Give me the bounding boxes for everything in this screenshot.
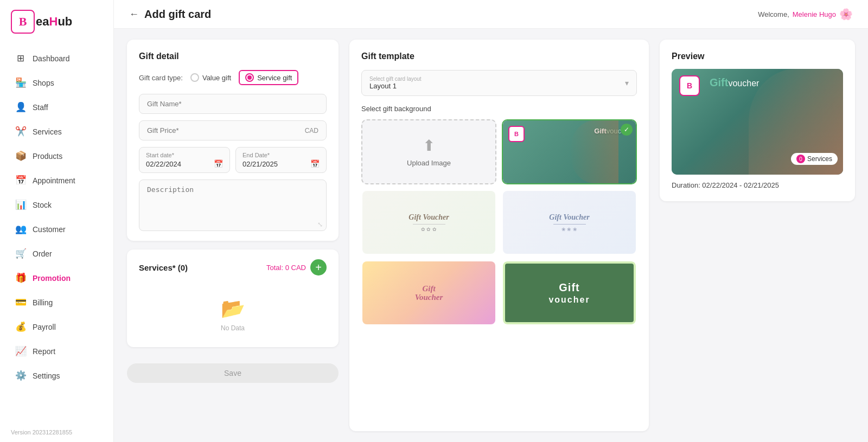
preview-title: Preview: [672, 52, 843, 61]
selected-check-icon: ✓: [621, 124, 633, 136]
sidebar-item-promotion[interactable]: 🎁 Promotion: [4, 266, 109, 290]
services-count-badge: 0: [796, 155, 805, 163]
start-date-label: Start date*: [146, 152, 223, 158]
sidebar-item-products[interactable]: 📦 Products: [4, 144, 109, 168]
save-button[interactable]: Save: [127, 363, 339, 383]
top-bar-right: Welcome, Melenie Hugo 🌸: [758, 8, 853, 21]
gift-price-input[interactable]: [147, 126, 305, 134]
upload-image-item[interactable]: ⬆ Upload Image: [361, 119, 496, 184]
settings-icon: ⚙️: [15, 370, 26, 381]
preview-logo: B: [679, 75, 700, 96]
top-bar-left: ← Add gift card: [129, 8, 211, 21]
billing-icon: 💳: [15, 297, 26, 308]
sidebar-item-settings[interactable]: ⚙️ Settings: [4, 364, 109, 387]
sidebar-item-order[interactable]: 🛒 Order: [4, 242, 109, 265]
sidebar-item-dashboard[interactable]: ⊞ Dashboard: [4, 47, 109, 70]
appointment-icon: 📅: [15, 175, 26, 186]
services-icon: ✂️: [15, 126, 26, 137]
value-gift-option[interactable]: Value gift: [190, 73, 231, 82]
stock-icon: 📊: [15, 199, 26, 210]
sidebar-item-report[interactable]: 📈 Report: [4, 339, 109, 363]
sidebar-nav: ⊞ Dashboard 🏪 Shops 👤 Staff ✂️ Services …: [0, 41, 113, 424]
gift-card-type-label: Gift card type:: [139, 74, 183, 82]
sidebar-item-billing[interactable]: 💳 Billing: [4, 291, 109, 314]
end-date-field[interactable]: End Date* 02/21/2025 📅: [235, 147, 327, 173]
logo-icon: B: [11, 10, 35, 34]
template-floral-light[interactable]: Gift Voucher ✿ ✿ ✿: [361, 190, 496, 255]
preview-background: B Giftvoucher 0 Services: [672, 69, 843, 175]
currency-label: CAD: [305, 127, 318, 134]
promotion-icon: 🎁: [15, 272, 26, 284]
services-title: Services* (0): [139, 263, 188, 272]
logo-text: eaHub: [36, 15, 72, 29]
sidebar-item-stock[interactable]: 📊 Stock: [4, 193, 109, 216]
bg-subtitle: Select gift background: [361, 105, 637, 113]
gift-price-field[interactable]: CAD: [139, 120, 327, 140]
services-card: Services* (0) Total: 0 CAD + 📂 No Data: [127, 249, 339, 347]
gift-type-row: Gift card type: Value gift Service gift: [139, 70, 327, 85]
end-date-icon[interactable]: 📅: [310, 159, 320, 168]
logo: B eaHub: [0, 0, 113, 41]
welcome-text: Welcome,: [758, 10, 789, 18]
sidebar-item-services[interactable]: ✂️ Services: [4, 120, 109, 143]
gift-template-title: Gift template: [361, 52, 637, 61]
back-button[interactable]: ←: [129, 9, 139, 20]
layout-value: Layout 1: [369, 82, 422, 90]
bg-grid-wrap: ⬆ Upload Image B Giftvoucher: [361, 119, 637, 325]
value-gift-radio[interactable]: [190, 73, 199, 82]
upload-icon: ⬆: [423, 137, 435, 155]
products-icon: 📦: [15, 150, 26, 162]
main: ← Add gift card Welcome, Melenie Hugo 🌸 …: [114, 0, 868, 442]
preview-services-badge: 0 Services: [791, 153, 838, 165]
description-input[interactable]: [147, 185, 318, 223]
gift-detail-card: Gift detail Gift card type: Value gift S…: [127, 40, 339, 241]
preview-gift-text: Giftvoucher: [710, 76, 759, 89]
sidebar: B eaHub ⊞ Dashboard 🏪 Shops 👤 Staff ✂️ S…: [0, 0, 114, 442]
top-bar: ← Add gift card Welcome, Melenie Hugo 🌸: [114, 0, 868, 29]
services-badge-label: Services: [807, 155, 832, 163]
content-area: Gift detail Gift card type: Value gift S…: [114, 29, 868, 442]
no-data-icon: 📂: [221, 297, 245, 320]
gift-name-field[interactable]: [139, 94, 327, 114]
services-total: Total: 0 CAD: [266, 264, 306, 272]
preview-duration: Duration: 02/22/2024 - 02/21/2025: [672, 181, 843, 189]
description-field[interactable]: ⤡: [139, 180, 327, 231]
staff-icon: 👤: [15, 101, 26, 113]
end-date-value: 02/21/2025 📅: [242, 159, 320, 168]
service-gift-radio[interactable]: [245, 73, 254, 82]
resize-handle-icon: ⤡: [317, 221, 323, 228]
gift-template-card: Gift template Select gift card layout La…: [349, 40, 649, 431]
page-title: Add gift card: [144, 8, 211, 21]
layout-hint: Select gift card layout: [369, 76, 422, 82]
report-icon: 📈: [15, 345, 26, 357]
template-green-bold[interactable]: Gift voucher: [502, 260, 637, 325]
sidebar-item-payroll[interactable]: 💰 Payroll: [4, 315, 109, 338]
upload-image-label: Upload Image: [407, 159, 451, 167]
template-teal[interactable]: B Giftvoucher ✓: [502, 119, 637, 184]
start-date-icon[interactable]: 📅: [214, 159, 223, 168]
radio-dot: [247, 75, 252, 80]
sidebar-item-appointment[interactable]: 📅 Appointment: [4, 169, 109, 192]
add-service-button[interactable]: +: [310, 259, 327, 276]
start-date-field[interactable]: Start date* 02/22/2024 📅: [139, 147, 230, 173]
sidebar-item-customer[interactable]: 👥 Customer: [4, 217, 109, 241]
date-row: Start date* 02/22/2024 📅 End Date* 02/21…: [139, 147, 327, 173]
layout-select[interactable]: Select gift card layout Layout 1 ▾: [361, 70, 637, 96]
sidebar-item-staff[interactable]: 👤 Staff: [4, 95, 109, 119]
service-gift-option[interactable]: Service gift: [239, 70, 298, 85]
sidebar-item-shops[interactable]: 🏪 Shops: [4, 71, 109, 94]
shops-icon: 🏪: [15, 77, 26, 88]
username: Melenie Hugo: [793, 10, 836, 18]
preview-image: B Giftvoucher 0 Services: [672, 69, 843, 175]
gift-name-input[interactable]: [147, 100, 318, 108]
payroll-icon: 💰: [15, 321, 26, 332]
template-pink-watercolor[interactable]: GiftVoucher: [361, 260, 496, 325]
preview-card: Preview B Giftvoucher 0: [660, 40, 855, 201]
end-date-label: End Date*: [242, 152, 320, 158]
services-header: Services* (0) Total: 0 CAD +: [139, 259, 327, 276]
chevron-down-icon: ▾: [625, 79, 629, 87]
left-panel: Gift detail Gift card type: Value gift S…: [127, 40, 339, 431]
start-date-value: 02/22/2024 📅: [146, 159, 223, 168]
template-blue-floral[interactable]: Gift Voucher ❀ ❀ ❀: [502, 190, 637, 255]
dashboard-icon: ⊞: [15, 53, 26, 64]
